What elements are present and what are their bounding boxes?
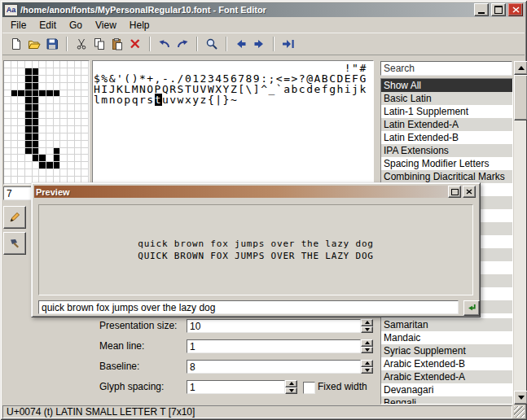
glyph-grid-cell[interactable] <box>81 162 89 169</box>
glyph-grid-cell[interactable] <box>68 90 75 98</box>
glyph-grid-cell[interactable] <box>33 104 40 112</box>
stamp-tool-button[interactable] <box>3 232 26 255</box>
glyph-grid-cell[interactable] <box>54 119 61 126</box>
glyph-grid-cell[interactable] <box>4 119 11 126</box>
glyph-grid-cell[interactable] <box>39 148 46 155</box>
glyph-grid-cell[interactable] <box>60 76 68 83</box>
glyph-grid-cell[interactable] <box>18 61 25 68</box>
glyph-grid-cell[interactable] <box>75 97 82 104</box>
glyph-grid-cell[interactable] <box>25 97 33 104</box>
glyph-grid-cell[interactable] <box>18 104 25 112</box>
glyph-grid-cell[interactable] <box>46 119 54 126</box>
block-list-item[interactable]: Syriac Supplement <box>381 344 512 357</box>
glyph-grid-cell[interactable] <box>18 169 25 177</box>
glyph-grid-cell[interactable] <box>39 141 46 148</box>
glyph-grid-cell[interactable] <box>33 119 40 126</box>
glyph-grid-cell[interactable] <box>46 97 54 104</box>
vertical-scrollbar[interactable] <box>514 61 526 405</box>
previous-glyph-button[interactable] <box>232 35 250 53</box>
glyph-grid-cell[interactable] <box>46 155 54 162</box>
spin-up-button[interactable] <box>361 319 373 326</box>
glyph-grid-cell[interactable] <box>4 112 11 119</box>
glyph-grid-cell[interactable] <box>75 155 82 162</box>
new-button[interactable] <box>7 35 25 53</box>
glyph-grid-cell[interactable] <box>60 97 68 104</box>
block-list-item[interactable]: IPA Extensions <box>381 144 512 157</box>
glyph-grid-cell[interactable] <box>25 162 33 169</box>
glyph-grid-cell[interactable] <box>81 155 89 162</box>
glyph-grid-cell[interactable] <box>18 112 25 119</box>
glyph-grid-cell[interactable] <box>46 90 54 98</box>
glyph-grid-cell[interactable] <box>46 112 54 119</box>
glyph-grid-cell[interactable] <box>25 126 33 133</box>
delete-button[interactable] <box>126 35 144 53</box>
glyph-grid-cell[interactable] <box>54 76 61 83</box>
glyph-grid-cell[interactable] <box>11 126 19 133</box>
glyph-grid-cell[interactable] <box>18 162 25 169</box>
glyph-grid-cell[interactable] <box>18 76 25 83</box>
glyph-grid-cell[interactable] <box>33 162 40 169</box>
glyph-grid-cell[interactable] <box>4 133 11 141</box>
glyph-grid-cell[interactable] <box>54 141 61 148</box>
glyph-grid-cell[interactable] <box>11 155 19 162</box>
block-list-item[interactable]: Show All <box>381 79 512 92</box>
glyph-grid-cell[interactable] <box>60 104 68 112</box>
glyph-grid-cell[interactable] <box>46 83 54 90</box>
glyph-grid-cell[interactable] <box>60 126 68 133</box>
glyph-grid-cell[interactable] <box>54 68 61 76</box>
glyph-grid-cell[interactable] <box>60 162 68 169</box>
glyph-grid-cell[interactable] <box>11 119 19 126</box>
dialog-close-button[interactable] <box>463 186 476 198</box>
glyph-width-input[interactable] <box>3 186 33 200</box>
save-button[interactable] <box>43 35 61 53</box>
glyph-grid-cell[interactable] <box>54 133 61 141</box>
glyph-grid-cell[interactable] <box>4 177 11 184</box>
glyph-grid-cell[interactable] <box>46 68 54 76</box>
paste-button[interactable] <box>108 35 126 53</box>
glyph-grid-cell[interactable] <box>68 162 75 169</box>
glyph-grid-cell[interactable] <box>18 155 25 162</box>
glyph-grid-cell[interactable] <box>54 104 61 112</box>
glyph-grid-cell[interactable] <box>39 155 46 162</box>
glyph-grid-cell[interactable] <box>11 83 19 90</box>
mean-line-input[interactable] <box>187 339 361 353</box>
block-list-item[interactable]: Bengali <box>381 396 512 405</box>
glyph-grid-cell[interactable] <box>46 133 54 141</box>
spin-up-button[interactable] <box>361 360 373 367</box>
search-input[interactable] <box>380 61 512 76</box>
glyph-grid-cell[interactable] <box>4 104 11 112</box>
glyph-grid-cell[interactable] <box>33 97 40 104</box>
block-list-item[interactable]: Samaritan <box>381 318 512 331</box>
glyph-grid-cell[interactable] <box>11 162 19 169</box>
baseline-input[interactable] <box>187 360 361 374</box>
glyph-grid-cell[interactable] <box>81 148 89 155</box>
glyph-grid-cell[interactable] <box>39 133 46 141</box>
glyph-grid-cell[interactable] <box>81 112 89 119</box>
glyph-grid-cell[interactable] <box>46 76 54 83</box>
glyph-grid-cell[interactable] <box>81 90 89 98</box>
glyph-grid-cell[interactable] <box>18 90 25 98</box>
glyph-grid-cell[interactable] <box>54 90 61 98</box>
glyph-grid-cell[interactable] <box>4 68 11 76</box>
glyph-grid-cell[interactable] <box>81 126 89 133</box>
glyph-grid-cell[interactable] <box>11 76 19 83</box>
glyph-grid-cell[interactable] <box>39 83 46 90</box>
block-list-item[interactable]: Spacing Modifier Letters <box>381 157 512 170</box>
glyph-grid-cell[interactable] <box>54 83 61 90</box>
glyph-grid-cell[interactable] <box>25 119 33 126</box>
glyph-grid-cell[interactable] <box>11 133 19 141</box>
scroll-up-button[interactable] <box>514 61 527 75</box>
selected-glyph-cell[interactable]: t <box>155 94 162 106</box>
glyph-grid-cell[interactable] <box>75 141 82 148</box>
spin-up-button[interactable] <box>361 339 373 347</box>
glyph-grid-cell[interactable] <box>81 83 89 90</box>
glyph-grid-cell[interactable] <box>11 68 19 76</box>
undo-button[interactable] <box>156 35 173 53</box>
glyph-grid-cell[interactable] <box>81 133 89 141</box>
block-list-item[interactable]: Combining Diacritical Marks <box>381 170 512 183</box>
block-list-item[interactable]: Arabic Extended-A <box>381 370 512 383</box>
glyph-grid-cell[interactable] <box>68 169 75 177</box>
glyph-grid-cell[interactable] <box>54 126 61 133</box>
glyph-grid-cell[interactable] <box>39 97 46 104</box>
block-list-item[interactable]: Latin Extended-A <box>381 118 512 131</box>
